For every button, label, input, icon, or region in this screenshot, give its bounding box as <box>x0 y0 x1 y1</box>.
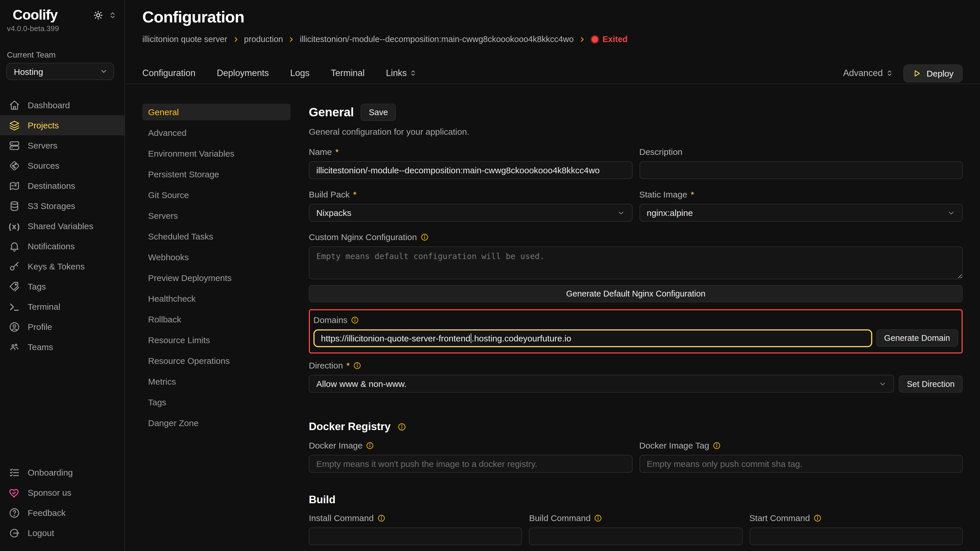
config-nav: General Advanced Environment Variables P… <box>142 104 290 551</box>
user-icon <box>9 321 20 332</box>
team-select-value: Hosting <box>14 67 43 76</box>
description-label: Description <box>639 147 682 157</box>
sidebar-item-keys-tokens[interactable]: Keys & Tokens <box>0 256 124 276</box>
name-label: Name <box>309 147 332 157</box>
breadcrumb-project[interactable]: illicitonion quote server <box>142 35 227 44</box>
checklist-icon <box>9 467 20 478</box>
sidebar-item-teams[interactable]: Teams <box>0 337 124 357</box>
generate-domain-button[interactable]: Generate Domain <box>876 329 958 346</box>
server-icon <box>9 140 20 151</box>
docker-image-label: Docker Image <box>309 440 363 450</box>
sidebar-item-sponsor-us[interactable]: Sponsor us <box>0 483 124 503</box>
docker-image-input[interactable] <box>309 455 632 473</box>
home-icon <box>9 99 20 111</box>
start-command-input[interactable] <box>749 527 963 545</box>
theme-toggle-sun-icon[interactable] <box>93 10 103 20</box>
chevron-right-icon <box>288 36 294 42</box>
breadcrumb-environment[interactable]: production <box>244 35 283 44</box>
key-icon <box>9 260 20 272</box>
text-cursor <box>471 333 472 343</box>
name-input[interactable] <box>309 161 632 179</box>
description-input[interactable] <box>639 161 963 179</box>
nginx-config-textarea[interactable] <box>309 246 963 279</box>
config-nav-metrics[interactable]: Metrics <box>142 373 290 390</box>
generate-nginx-config-button[interactable]: Generate Default Nginx Configuration <box>309 285 963 302</box>
config-nav-healthcheck[interactable]: Healthcheck <box>142 290 290 307</box>
general-form: General Save General configuration for y… <box>309 104 963 551</box>
team-select[interactable]: Hosting <box>6 63 114 80</box>
tab-configuration[interactable]: Configuration <box>142 68 195 78</box>
tab-logs[interactable]: Logs <box>290 68 309 78</box>
domains-highlight-box: Domains https://illicitonion-quote-serve… <box>309 309 963 354</box>
config-nav-resource-operations[interactable]: Resource Operations <box>142 353 290 369</box>
info-icon <box>594 514 602 522</box>
terminal-icon <box>9 301 20 312</box>
sidebar-collapse-chevrons-icon[interactable] <box>109 11 116 19</box>
config-nav-webhooks[interactable]: Webhooks <box>142 249 290 265</box>
app-logo: Coolify <box>13 7 57 23</box>
info-icon <box>813 514 821 522</box>
sidebar-item-tags[interactable]: Tags <box>0 276 124 297</box>
sidebar-item-feedback[interactable]: Feedback <box>0 503 124 523</box>
sidebar-item-destinations[interactable]: Destinations <box>0 176 124 196</box>
set-direction-button[interactable]: Set Direction <box>899 375 963 392</box>
config-nav-scheduled-tasks[interactable]: Scheduled Tasks <box>142 228 290 245</box>
tab-deployments[interactable]: Deployments <box>216 68 269 78</box>
sidebar-item-shared-variables[interactable]: (x) Shared Variables <box>0 216 124 236</box>
variables-icon: (x) <box>9 220 20 232</box>
sidebar-item-terminal[interactable]: Terminal <box>0 297 124 317</box>
info-icon <box>351 316 359 324</box>
save-button[interactable]: Save <box>361 104 396 121</box>
docker-image-tag-input[interactable] <box>639 455 963 473</box>
config-nav-general[interactable]: General <box>142 104 290 120</box>
sidebar-item-onboarding[interactable]: Onboarding <box>0 462 124 483</box>
sidebar-item-projects[interactable]: Projects <box>0 115 124 135</box>
config-nav-git-source[interactable]: Git Source <box>142 187 290 203</box>
build-pack-select[interactable]: Nixpacks <box>309 204 632 222</box>
sidebar-item-servers[interactable]: Servers <box>0 135 124 156</box>
main-content: Configuration illicitonion quote server … <box>125 0 980 551</box>
chevrons-up-down-icon <box>886 70 893 76</box>
breadcrumb-application[interactable]: illicitestonion/-module--decomposition:m… <box>299 35 574 44</box>
advanced-menu[interactable]: Advanced <box>843 68 893 78</box>
status-badge: Exited <box>590 35 627 44</box>
config-nav-danger-zone[interactable]: Danger Zone <box>142 414 290 431</box>
tab-terminal[interactable]: Terminal <box>331 68 365 78</box>
tab-bar: Configuration Deployments Logs Terminal … <box>125 63 980 84</box>
static-image-select[interactable]: nginx:alpine <box>639 204 963 222</box>
heart-icon <box>9 487 20 498</box>
logout-icon <box>9 527 20 538</box>
install-command-label: Install Command <box>309 513 374 523</box>
coolify-app: Coolify v4.0.0-beta.399 Current Team Hos… <box>0 0 980 551</box>
config-nav-rollback[interactable]: Rollback <box>142 311 290 328</box>
bell-icon <box>9 240 20 252</box>
config-nav-preview-deployments[interactable]: Preview Deployments <box>142 270 290 286</box>
config-nav-servers[interactable]: Servers <box>142 207 290 224</box>
sidebar-item-s3-storages[interactable]: S3 Storages <box>0 196 124 216</box>
domains-label: Domains <box>313 315 347 325</box>
sidebar-item-dashboard[interactable]: Dashboard <box>0 95 124 115</box>
config-nav-persistent-storage[interactable]: Persistent Storage <box>142 166 290 183</box>
database-icon <box>9 200 20 211</box>
play-icon <box>913 69 921 78</box>
domains-input[interactable]: https://illicitonion-quote-server-fronte… <box>313 329 872 347</box>
build-command-input[interactable] <box>529 527 743 545</box>
deploy-button[interactable]: Deploy <box>904 64 963 82</box>
config-nav-tags[interactable]: Tags <box>142 394 290 411</box>
config-nav-environment-variables[interactable]: Environment Variables <box>142 145 290 162</box>
build-command-label: Build Command <box>529 513 590 523</box>
direction-select[interactable]: Allow www & non-www. <box>309 375 894 393</box>
chevron-down-icon <box>100 67 108 75</box>
breadcrumb: illicitonion quote server production ill… <box>142 35 963 44</box>
install-command-input[interactable] <box>309 527 522 545</box>
tab-links[interactable]: Links <box>386 68 417 78</box>
sidebar-item-sources[interactable]: Sources <box>0 156 124 176</box>
page-title: Configuration <box>142 8 963 27</box>
sidebar-item-logout[interactable]: Logout <box>0 523 124 543</box>
config-nav-resource-limits[interactable]: Resource Limits <box>142 332 290 348</box>
config-nav-advanced[interactable]: Advanced <box>142 124 290 141</box>
git-source-icon <box>9 160 20 171</box>
chevrons-up-down-icon <box>410 70 417 76</box>
sidebar-item-profile[interactable]: Profile <box>0 317 124 337</box>
sidebar-item-notifications[interactable]: Notifications <box>0 236 124 256</box>
